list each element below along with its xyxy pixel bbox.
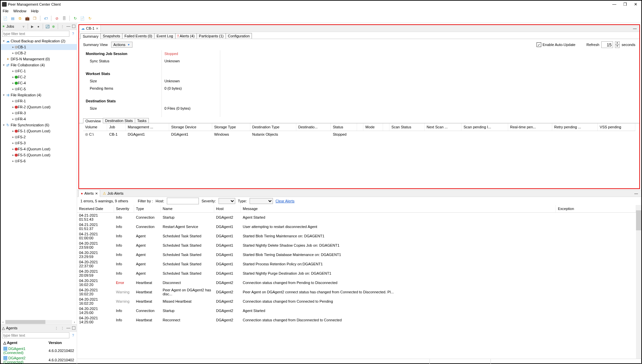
- auto-update-checkbox[interactable]: ✓Enable Auto-Update: [537, 42, 575, 47]
- tree-item[interactable]: ▸ CB-2: [1, 50, 77, 56]
- type-filter[interactable]: [250, 198, 273, 204]
- alert-row[interactable]: 04-20-2021 14:25:00InfoConnectionStartup…: [77, 306, 636, 315]
- column-header[interactable]: Storage Type: [212, 123, 250, 131]
- column-header[interactable]: Received Date: [77, 205, 114, 213]
- agents-help-icon[interactable]: ?: [71, 333, 75, 338]
- spinner-up-icon[interactable]: ▴: [615, 41, 620, 45]
- agents-col-version[interactable]: Version: [47, 340, 76, 346]
- tree-item[interactable]: ▸ FR-3: [1, 110, 77, 116]
- menu-icon[interactable]: ⋮: [60, 24, 65, 29]
- mini-tab[interactable]: Overview: [83, 118, 103, 123]
- column-header[interactable]: Storage Device: [169, 123, 212, 131]
- tree-item[interactable]: ▸ FS-6: [1, 158, 77, 164]
- tree-item[interactable]: ▸ FS-4 (Quorum Lost): [1, 146, 77, 152]
- tree-item[interactable]: ▸ FC-2: [1, 74, 77, 80]
- minimize-button[interactable]: —: [612, 2, 617, 7]
- tree-group[interactable]: ▾↻File Synchronization (6): [1, 122, 77, 128]
- alert-row[interactable]: 04-21-2021 01:51:43InfoConnectionStartup…: [77, 213, 636, 222]
- jobs-filter-input[interactable]: [2, 31, 69, 37]
- column-header[interactable]: Status: [331, 123, 357, 131]
- tree-group[interactable]: ✦DFS-N Management (0): [1, 56, 77, 62]
- tree-item[interactable]: ▸ CB-1: [1, 44, 77, 50]
- toolbar-stack-icon[interactable]: ❒: [32, 16, 37, 21]
- alert-row[interactable]: 04-20-2021 23:59:00InfoAgentScheduled Ta…: [77, 241, 636, 250]
- tree-item[interactable]: ▸ FR-2 (Quorum Lost): [1, 104, 77, 110]
- column-header[interactable]: [383, 123, 389, 131]
- alerts-minimize-icon[interactable]: —: [634, 191, 638, 195]
- column-header[interactable]: Scan pending I...: [461, 123, 508, 131]
- menu-window[interactable]: Window: [13, 9, 26, 13]
- agents-minimize-icon[interactable]: —: [66, 326, 71, 330]
- new-job-icon[interactable]: ⊕: [51, 24, 56, 29]
- refresh-value-input[interactable]: [601, 41, 613, 48]
- column-header[interactable]: Real-time pen...: [508, 123, 552, 131]
- close-icon[interactable]: ✕: [95, 192, 98, 195]
- agents-menu2-icon[interactable]: ⋮: [60, 326, 65, 330]
- alert-row[interactable]: 04-20-2021 22:37:00InfoAgentScheduled Ta…: [77, 259, 636, 269]
- column-header[interactable]: Type: [134, 205, 160, 213]
- tree-item[interactable]: ▸ FR-4: [1, 116, 77, 122]
- toolbar-stop-icon[interactable]: ⊘: [54, 16, 59, 21]
- inner-tab[interactable]: Summary: [80, 33, 101, 39]
- severity-filter[interactable]: [219, 198, 235, 204]
- column-header[interactable]: Destination Type: [250, 123, 296, 131]
- job-alerts-tab[interactable]: ⚠Job Alerts: [101, 190, 125, 197]
- toolbar-play-icon[interactable]: ↻: [72, 16, 78, 21]
- column-header[interactable]: Job: [107, 123, 125, 131]
- tree-group[interactable]: ▾⇄File Collaboration (4): [1, 62, 77, 68]
- close-button[interactable]: ✕: [633, 2, 638, 7]
- toolbar-doc-icon[interactable]: 📄: [80, 16, 85, 21]
- tree-item[interactable]: ▸ FS-3: [1, 140, 77, 146]
- alert-row[interactable]: 04-20-2021 16:02:20WarningHeartbeatMisse…: [77, 297, 636, 306]
- agents-maximize-icon[interactable]: [72, 326, 75, 330]
- column-header[interactable]: Mode: [363, 123, 383, 131]
- agent-row[interactable]: DGAgent2 (Connected)4.6.0.20210402: [1, 356, 76, 364]
- minimize-pane-icon[interactable]: —: [66, 24, 71, 29]
- agent-row[interactable]: DGAgent1 (Connected)4.6.0.20210402: [1, 346, 76, 355]
- alerts-tab[interactable]: ●Alerts✕: [78, 190, 100, 197]
- column-header[interactable]: Next Scan ...: [424, 123, 461, 131]
- table-row[interactable]: C:\CB-1DGAgent1DGAgent1WindowsNutanix Ob…: [83, 131, 635, 138]
- column-header[interactable]: Management ...: [125, 123, 169, 131]
- tree-group[interactable]: ▾⇉File Replication (4): [1, 92, 77, 98]
- agents-col-agent[interactable]: Agent: [7, 341, 17, 345]
- alert-row[interactable]: 04-20-2021 23:29:59InfoAgentScheduled Ta…: [77, 250, 636, 259]
- alert-row[interactable]: 04-21-2021 01:51:37InfoConnectionRestart…: [77, 222, 636, 231]
- agents-menu-icon[interactable]: ⋮: [54, 326, 59, 330]
- inner-tab[interactable]: !Alerts (4): [175, 33, 197, 39]
- maximize-pane-icon[interactable]: [72, 25, 75, 28]
- column-header[interactable]: Message: [241, 205, 556, 213]
- mini-tab[interactable]: Tasks: [135, 118, 149, 123]
- filter-icon[interactable]: ▿: [21, 24, 26, 29]
- inner-tab[interactable]: Failed Events (0): [122, 33, 154, 39]
- stop-icon[interactable]: ●: [36, 24, 41, 29]
- agents-filter-input[interactable]: [2, 332, 69, 338]
- column-header[interactable]: Severity: [114, 205, 134, 213]
- menu-help[interactable]: Help: [31, 9, 39, 13]
- tree-item[interactable]: ▸ FS-2: [1, 134, 77, 140]
- clear-alerts-link[interactable]: Clear Alerts: [276, 199, 295, 203]
- toolbar-tag-icon[interactable]: 🏷: [43, 16, 48, 21]
- close-tab-icon[interactable]: ✕: [96, 27, 98, 30]
- column-header[interactable]: Host: [214, 205, 241, 213]
- horizontal-scrollbar[interactable]: ‹ ›: [1, 320, 77, 324]
- spinner-down-icon[interactable]: ▾: [615, 45, 620, 48]
- menu-file[interactable]: File: [3, 9, 9, 13]
- tree-item[interactable]: ▸ FS-1 (Quorum Lost): [1, 128, 77, 134]
- alert-row[interactable]: 04-20-2021 14:25:00InfoHeartbeatReconnec…: [77, 315, 636, 325]
- tree-item[interactable]: ▸ FC-1: [1, 68, 77, 74]
- toolbar-edit-icon[interactable]: ▤: [10, 16, 15, 21]
- column-header[interactable]: Retry pending ...: [552, 123, 598, 131]
- alert-row[interactable]: 04-20-2021 16:02:20ErrorHeartbeatDisconn…: [77, 278, 636, 287]
- maximize-button[interactable]: ❐: [623, 2, 627, 7]
- inner-tab[interactable]: Event Log: [154, 33, 176, 39]
- toolbar-refresh-icon[interactable]: ↻: [87, 16, 92, 21]
- actions-button[interactable]: Actions▼: [111, 42, 132, 48]
- toolbar-copy-icon[interactable]: ⧉: [17, 16, 23, 21]
- mini-tab[interactable]: Destination Stats: [103, 118, 135, 123]
- toolbar-briefcase-icon[interactable]: 💼: [25, 16, 30, 21]
- inner-tab[interactable]: Configuration: [226, 33, 252, 39]
- toolbar-db-icon[interactable]: 🗄: [61, 16, 67, 21]
- column-header[interactable]: [357, 123, 363, 131]
- host-filter-input[interactable]: [167, 198, 199, 204]
